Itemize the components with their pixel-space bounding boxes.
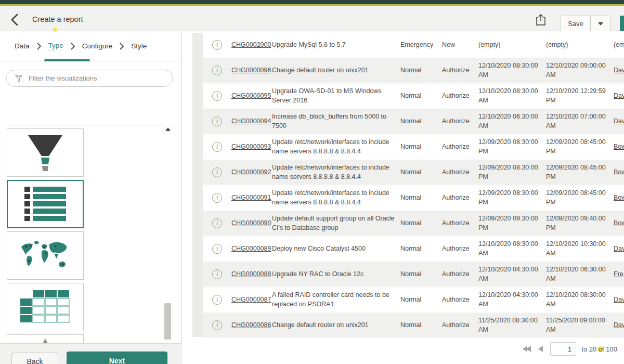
- table-row[interactable]: i CHG0000089 Deploy new Cisco Catalyst 4…: [203, 237, 624, 262]
- assigned-to-link[interactable]: Bow: [614, 194, 624, 201]
- change-number-link[interactable]: CHG0000090: [231, 219, 271, 227]
- end-date: 12/09/2020 08:45:00 PM: [546, 136, 614, 158]
- start-date: 12/10/2020 08:30:00 AM: [478, 238, 546, 260]
- first-page-button[interactable]: [523, 346, 531, 352]
- table-row[interactable]: i CHG0000096 Change default router on un…: [203, 58, 624, 84]
- table-row[interactable]: i CHG0000088 Upgrade NY RAC to Oracle 12…: [203, 262, 624, 288]
- visualization-list: [0, 125, 182, 364]
- assigned-to-link[interactable]: Dav: [614, 67, 624, 74]
- change-number-link[interactable]: CHG0000089: [231, 245, 271, 252]
- assigned-to-link[interactable]: Dav: [614, 296, 624, 303]
- change-number-link[interactable]: CHG0000088: [231, 270, 271, 278]
- priority: Normal: [400, 166, 442, 179]
- assigned-to-link[interactable]: Dav: [614, 92, 624, 99]
- save-dropdown-button[interactable]: [591, 16, 610, 32]
- table-row[interactable]: i CHG0000095 Upgrade OWA-SD-01 to MS Win…: [203, 84, 624, 109]
- info-icon[interactable]: i: [212, 320, 222, 330]
- assigned-to-link[interactable]: Bow: [614, 143, 624, 150]
- viz-thumb-funnel[interactable]: [7, 128, 84, 177]
- filter-visualizations-field[interactable]: [6, 70, 173, 87]
- start-date: 12/10/2020 04:30:00 AM: [478, 289, 546, 311]
- info-icon[interactable]: i: [212, 244, 222, 254]
- partial-edge-button[interactable]: [620, 16, 624, 32]
- assigned-to-link[interactable]: Dav: [614, 321, 624, 329]
- end-date: 12/10/2020 06:30:00 AM: [546, 263, 614, 285]
- viz-thumb-list[interactable]: [7, 180, 84, 228]
- step-configure[interactable]: Configure: [82, 42, 113, 50]
- change-number-link[interactable]: CHG0000093: [231, 143, 271, 150]
- page-number-input[interactable]: [550, 342, 576, 356]
- back-button[interactable]: Back: [11, 353, 58, 364]
- change-number-link[interactable]: CHG0000087: [231, 296, 271, 303]
- assigned-to-link[interactable]: Bow: [614, 219, 624, 227]
- start-date: 12/10/2020 04:30:00 AM: [478, 263, 546, 285]
- priority: Normal: [400, 319, 442, 332]
- short-description: Update default support group on all Orac…: [272, 212, 400, 235]
- priority: Normal: [400, 268, 442, 281]
- caret-down-icon: [598, 22, 603, 25]
- change-number-link[interactable]: CHG0000091: [231, 194, 271, 201]
- save-button[interactable]: Save: [561, 16, 591, 32]
- previous-page-button[interactable]: [538, 346, 543, 352]
- chevron-right-icon: [119, 43, 124, 50]
- end-date: 12/09/2020 08:45:00 PM: [546, 187, 614, 209]
- assigned-to-link[interactable]: Fre: [614, 270, 623, 278]
- back-arrow-button[interactable]: [8, 12, 23, 27]
- assigned-to-link[interactable]: Bow: [614, 168, 624, 176]
- priority: Normal: [400, 140, 442, 154]
- table-row[interactable]: i CHG0000086 Change default router on un…: [203, 313, 624, 339]
- table-row[interactable]: i CHG0002000 Upgrade MySql 5.6 to 5.7 Em…: [203, 33, 624, 58]
- step-style[interactable]: Style: [131, 42, 147, 50]
- world-map-icon: [18, 238, 72, 274]
- scroll-up-icon[interactable]: [165, 127, 171, 131]
- viz-thumb-heatmap[interactable]: [7, 283, 84, 331]
- info-icon[interactable]: i: [212, 142, 222, 152]
- filter-visualizations-input[interactable]: [29, 74, 173, 82]
- next-button[interactable]: Next: [67, 352, 167, 364]
- table-row[interactable]: i CHG0000093 Update /etc/network/interfa…: [203, 135, 624, 160]
- assigned-to-link[interactable]: Dav: [614, 118, 624, 125]
- change-number-link[interactable]: CHG0000086: [231, 321, 271, 329]
- info-icon[interactable]: i: [212, 218, 222, 228]
- priority: Normal: [400, 293, 442, 307]
- chevron-right-icon: [70, 43, 75, 50]
- brand-strip: [0, 0, 624, 4]
- short-description: Update /etc/network/interfaces to includ…: [272, 161, 400, 184]
- change-request-table: i CHG0002000 Upgrade MySql 5.6 to 5.7 Em…: [203, 33, 624, 339]
- short-description: Upgrade NY RAC to Oracle 12c: [272, 268, 400, 281]
- start-date: 12/10/2020 08:30:00 AM: [478, 59, 546, 82]
- step-type[interactable]: Type: [48, 42, 63, 50]
- state: Authorize: [442, 191, 478, 205]
- viz-scrollbar[interactable]: [164, 126, 172, 364]
- priority: Normal: [400, 191, 442, 205]
- change-number-link[interactable]: CHG0000095: [231, 92, 271, 99]
- table-row[interactable]: i CHG0000091 Update /etc/network/interfa…: [203, 186, 624, 211]
- start-date: (empty): [478, 38, 546, 52]
- change-number-link[interactable]: CHG0002000: [231, 41, 271, 48]
- priority: Normal: [400, 89, 442, 103]
- short-description: Change default router on unix201: [272, 319, 400, 332]
- assigned-to-link[interactable]: Dav: [614, 245, 624, 252]
- info-icon[interactable]: i: [212, 167, 222, 177]
- table-row[interactable]: i CHG0000092 Update /etc/network/interfa…: [203, 160, 624, 186]
- page-title: Create a report: [32, 15, 83, 23]
- info-icon[interactable]: i: [212, 66, 222, 75]
- table-row[interactable]: i CHG0000087 A failed RAID controller ca…: [203, 288, 624, 313]
- viz-thumb-world-map[interactable]: [7, 231, 84, 280]
- info-icon[interactable]: i: [212, 116, 222, 126]
- change-number-link[interactable]: CHG0000094: [231, 118, 271, 125]
- assigned-to-link: (empty): [614, 41, 624, 48]
- change-number-link[interactable]: CHG0000092: [231, 168, 271, 176]
- info-icon[interactable]: i: [212, 269, 222, 279]
- info-icon[interactable]: i: [212, 295, 222, 305]
- info-icon[interactable]: i: [212, 40, 222, 50]
- change-number-link[interactable]: CHG0000096: [231, 67, 271, 74]
- table-left-gutter: [192, 33, 203, 337]
- info-icon[interactable]: i: [212, 193, 222, 203]
- table-row[interactable]: i CHG0000090 Update default support grou…: [203, 211, 624, 237]
- step-data[interactable]: Data: [15, 42, 30, 50]
- table-row[interactable]: i CHG0000094 Increase db_block_buffers f…: [203, 109, 624, 135]
- info-icon[interactable]: i: [212, 91, 222, 101]
- share-icon[interactable]: [535, 13, 547, 27]
- scrollbar-thumb[interactable]: [164, 303, 171, 340]
